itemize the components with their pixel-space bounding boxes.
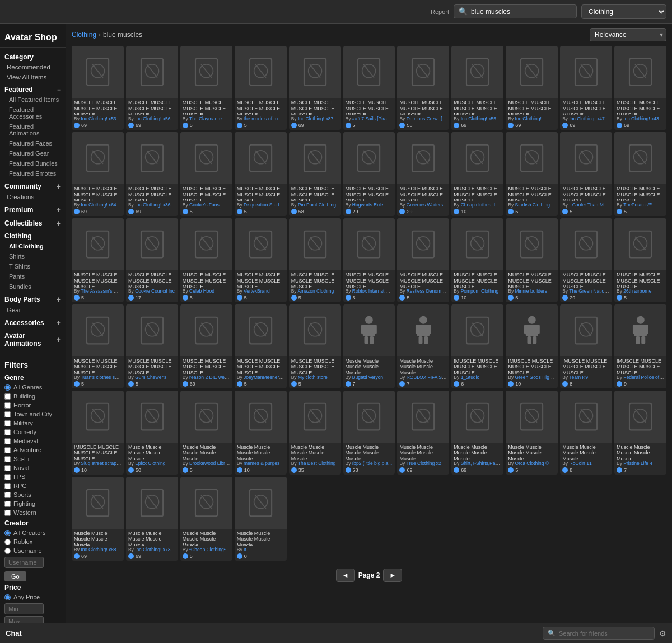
- creator-link[interactable]: ROBLOX FIFA Stre...: [407, 374, 447, 380]
- item-card[interactable]: Muscle Muscle Muscle Muscle MuscleBy Orc…: [506, 391, 558, 475]
- creator-link[interactable]: Cookie Council Inc: [135, 288, 175, 294]
- item-card[interactable]: MUSCLE MUSCLE MUSCLE MUSCLE MUSCLEBy Pom…: [451, 218, 503, 302]
- sidebar-item-featured-emotes[interactable]: Featured Emotes: [0, 168, 66, 179]
- sidebar-item-featured-faces[interactable]: Featured Faces: [0, 138, 66, 148]
- sidebar-item-featured-accessories[interactable]: Featured Accessories: [0, 105, 66, 121]
- sidebar-section-collectibles[interactable]: Collectibles +: [0, 215, 66, 229]
- item-card[interactable]: MUSCLE MUSCLE MUSCLE MUSCLE MUSCLEBy Inc…: [451, 46, 503, 130]
- filter-naval[interactable]: Naval: [4, 463, 61, 472]
- item-card[interactable]: MUSCLE MUSCLE MUSCLE MUSCLE MUSCLEBy The…: [180, 46, 232, 130]
- sidebar-section-body-parts[interactable]: Body Parts +: [0, 292, 66, 305]
- item-card[interactable]: MUSCLE MUSCLE MUSCLE MUSCLE MUSCLEBy Res…: [397, 218, 449, 302]
- creator-link[interactable]: Bugatti Veryon: [352, 374, 383, 380]
- item-card[interactable]: MUSCLE MUSCLE MUSCLE MUSCLE MUSCLEBy 26t…: [614, 218, 666, 302]
- item-card[interactable]: MUSCLE MUSCLE MUSCLE MUSCLE MUSCLEBy Che…: [451, 132, 503, 216]
- chat-gear-icon[interactable]: ⚙: [659, 629, 666, 638]
- filter-fps[interactable]: FPS: [4, 472, 61, 481]
- item-card[interactable]: MUSCLE MUSCLE MUSCLE MUSCLE MUSCLEBy Coo…: [180, 132, 232, 216]
- creator-link[interactable]: Minnie builders: [515, 288, 547, 294]
- sidebar-item-creations[interactable]: Creations: [0, 192, 66, 202]
- sidebar-section-premium[interactable]: Premium +: [0, 202, 66, 215]
- item-card[interactable]: MUSCLE MUSCLE MUSCLE MUSCLE MUSCLEBy Gre…: [397, 132, 449, 216]
- filter-medieval[interactable]: Medieval: [4, 437, 61, 445]
- item-card[interactable]: MUSCLE MUSCLE MUSCLE MUSCLE MUSCLEBy Inc…: [72, 132, 124, 216]
- filter-fighting[interactable]: Fighting: [4, 499, 61, 508]
- creator-link[interactable]: Brookewood Library: [189, 461, 230, 466]
- creator-link[interactable]: Inc Clothing! x73: [135, 547, 170, 552]
- creator-link[interactable]: Cheap clothes. I n...: [461, 202, 502, 208]
- item-card[interactable]: Muscle Muscle Muscle Muscle MuscleBy Ibp…: [343, 391, 395, 475]
- sidebar-item-recommended[interactable]: Recommended: [0, 62, 66, 72]
- creator-link[interactable]: reason 2 DIE wepo...: [189, 374, 230, 380]
- sidebar-section-featured[interactable]: Featured –: [0, 82, 66, 95]
- creator-link[interactable]: Celeb Hood: [189, 288, 214, 294]
- price-max-input[interactable]: [4, 616, 44, 623]
- creator-link[interactable]: Federal Police of ...: [623, 374, 664, 380]
- sidebar-item-pants[interactable]: Pants: [0, 271, 66, 281]
- item-card[interactable]: Muscle Muscle Muscle Muscle MuscleBy It.…: [235, 477, 287, 561]
- creator-link[interactable]: Amazon Clothing: [297, 288, 334, 294]
- creator-link[interactable]: Starfish Clothing: [515, 202, 550, 208]
- sidebar-item-featured-animations[interactable]: Featured Animations: [0, 121, 66, 138]
- creator-link[interactable]: Ibp2 (little big pla...: [352, 461, 392, 466]
- filter-adventure[interactable]: Adventure: [4, 445, 61, 454]
- creator-link[interactable]: Restless Denomic™: [407, 288, 447, 294]
- filter-military[interactable]: Military: [4, 419, 61, 428]
- item-card[interactable]: MUSCLE MUSCLE MUSCLE MUSCLE MUSCLEBy The…: [560, 218, 612, 302]
- creator-link[interactable]: 1_Studio: [461, 374, 480, 380]
- creator-link[interactable]: Epicx Clothing: [135, 461, 165, 466]
- item-card[interactable]: MUSCLE MUSCLE MUSCLE MUSCLE MUSCLEBy The…: [72, 218, 124, 302]
- item-card[interactable]: MUSCLE MUSCLE MUSCLE MUSCLE MUSCLEBy Dom…: [397, 46, 449, 130]
- item-card[interactable]: MUSCLE MUSCLE MUSCLE MUSCLE MUSCLEBy Min…: [506, 218, 558, 302]
- item-card[interactable]: !MUSCLE MUSCLE MUSCLE MUSCLE MUSCLEBy Gr…: [506, 304, 558, 388]
- sidebar-item-all-clothing[interactable]: All Clothing: [0, 241, 66, 251]
- item-card[interactable]: MUSCLE MUSCLE MUSCLE MUSCLE MUSCLEBy rea…: [180, 304, 232, 388]
- item-card[interactable]: Muscle Muscle Muscle Muscle MuscleBy Bro…: [180, 391, 232, 475]
- item-card[interactable]: MUSCLE MUSCLE MUSCLE MUSCLE MUSCLEBy My …: [289, 304, 341, 388]
- item-card[interactable]: MUSCLE MUSCLE MUSCLE MUSCLE MUSCLEBy Inc…: [506, 46, 558, 130]
- item-card[interactable]: !MUSCLE MUSCLE MUSCLE MUSCLE MUSCLEBy Sl…: [72, 391, 124, 475]
- creator-link[interactable]: Hogwarts Role-Pla...: [352, 202, 393, 208]
- filter-sports[interactable]: Sports: [4, 490, 61, 499]
- item-card[interactable]: MUSCLE MUSCLE MUSCLE MUSCLE MUSCLEBy Pin…: [289, 132, 341, 216]
- filter-comedy[interactable]: Comedy: [4, 428, 61, 437]
- creator-link[interactable]: The Green Nation ...: [569, 288, 610, 294]
- item-card[interactable]: !MUSCLE MUSCLE MUSCLE MUSCLE MUSCLEBy Fe…: [614, 304, 666, 388]
- creator-link[interactable]: Inc Clothing! x64: [81, 202, 116, 208]
- item-card[interactable]: Muscle Muscle Muscle Muscle MuscleBy Inc…: [72, 477, 124, 561]
- sidebar-section-community[interactable]: Community +: [0, 179, 66, 192]
- sidebar-item-all-featured[interactable]: All Featured Items: [0, 95, 66, 105]
- item-card[interactable]: Muscle Muscle Muscle Muscle MuscleBy Bug…: [343, 304, 395, 388]
- creator-link[interactable]: Disquisition Studios: [244, 202, 284, 208]
- filter-town-city[interactable]: Town and City: [4, 410, 61, 419]
- creator-link[interactable]: True Clothing x2: [407, 461, 441, 466]
- category-select[interactable]: Clothing All Categories Body Parts Gear …: [581, 4, 666, 19]
- item-card[interactable]: MUSCLE MUSCLE MUSCLE MUSCLE MUSCLEBy Hog…: [343, 132, 395, 216]
- creator-link[interactable]: JoeyManMeener Cl...: [244, 374, 284, 380]
- creator-link[interactable]: Pin-Point Clothing: [298, 202, 336, 208]
- creator-link[interactable]: ThePotatos™: [623, 202, 652, 208]
- creator-link[interactable]: memes & purges: [244, 461, 279, 466]
- filter-roblox[interactable]: Roblox: [4, 537, 61, 546]
- sidebar-section-accessories[interactable]: Accessories +: [0, 315, 66, 328]
- creator-link[interactable]: Inc Clothing! x87: [298, 116, 333, 121]
- creator-link[interactable]: ### 7 Sails [Pirate...: [352, 116, 393, 121]
- creator-link[interactable]: Inc Clothing! x36: [135, 202, 170, 208]
- creator-link[interactable]: It...: [244, 547, 250, 552]
- creator-link[interactable]: Roblox Internation...: [352, 288, 393, 294]
- creator-link[interactable]: The Assassin's Do...: [81, 288, 122, 294]
- creator-link[interactable]: Tuan's clothes shop: [81, 374, 122, 380]
- item-card[interactable]: MUSCLE MUSCLE MUSCLE MUSCLE MUSCLEBy Inc…: [289, 46, 341, 130]
- creator-link[interactable]: :-Cooler Than Me ...: [569, 202, 610, 208]
- sidebar-item-shirts[interactable]: Shirts: [0, 251, 66, 261]
- item-card[interactable]: MUSCLE MUSCLE MUSCLE MUSCLE MUSCLEBy Cel…: [180, 218, 232, 302]
- breadcrumb-parent[interactable]: Clothing: [72, 31, 96, 39]
- creator-link[interactable]: •Cheap Clothing•: [189, 547, 226, 552]
- username-input[interactable]: [4, 557, 44, 568]
- filter-rpg[interactable]: RPG: [4, 481, 61, 490]
- item-card[interactable]: MUSCLE MUSCLE MUSCLE MUSCLE MUSCLEBy Tua…: [72, 304, 124, 388]
- item-card[interactable]: MUSCLE MUSCLE MUSCLE MUSCLE MUSCLEBy Ver…: [235, 218, 287, 302]
- filter-all-genres[interactable]: All Genres: [4, 383, 61, 392]
- creator-link[interactable]: Inc Clothing! x47: [569, 116, 604, 121]
- prev-page-button[interactable]: ◄: [336, 569, 355, 582]
